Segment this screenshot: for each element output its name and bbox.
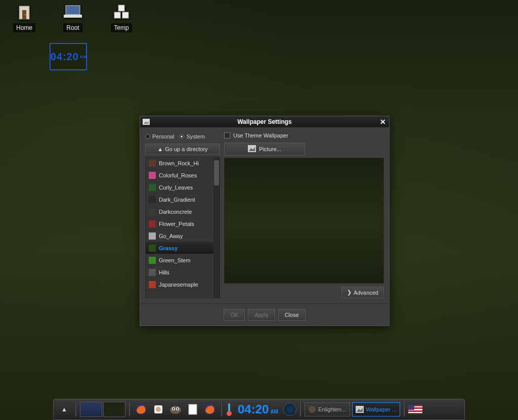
svg-point-23 <box>227 411 232 416</box>
desktop-pager[interactable] <box>80 402 125 417</box>
file-label: Brown_Rock_Hi <box>159 160 199 166</box>
clock-ampm: AM <box>270 409 278 414</box>
file-item[interactable]: Japanesemaple <box>146 278 213 291</box>
apply-button[interactable]: Apply <box>248 309 275 321</box>
gimp-launcher[interactable] <box>168 402 183 417</box>
file-item[interactable]: Hills <box>146 266 213 278</box>
file-item[interactable]: Darkconcrete <box>146 206 213 218</box>
firefox-icon <box>308 405 316 413</box>
keyboard-layout[interactable] <box>408 402 422 417</box>
file-label: Darkconcrete <box>159 209 192 215</box>
pager-desktop-2[interactable] <box>103 402 125 417</box>
cpu-indicator[interactable] <box>283 402 296 417</box>
file-label: Green_Stem <box>159 257 190 263</box>
file-thumb <box>149 257 156 264</box>
speaker-icon <box>152 403 164 415</box>
separator <box>403 402 405 416</box>
desktop-icon-label: Root <box>63 23 82 32</box>
document-launcher[interactable] <box>185 402 200 417</box>
taskbar-clock[interactable]: 04:20 AM <box>235 402 281 416</box>
file-thumb <box>149 281 156 288</box>
task-wallpaper-settings[interactable]: Wallpaper ... <box>352 402 400 416</box>
pager-desktop-1[interactable] <box>80 402 102 417</box>
picture-button[interactable]: Picture... <box>224 143 305 156</box>
separator <box>75 402 77 416</box>
left-panel: Personal System ▲ Go up a directory Brow… <box>145 132 220 298</box>
image-icon <box>248 145 256 153</box>
desktop-icon-home[interactable]: Home <box>9 3 39 32</box>
go-up-button[interactable]: ▲ Go up a directory <box>145 144 220 155</box>
thermometer-icon[interactable] <box>226 402 233 417</box>
close-icon[interactable]: ✕ <box>377 118 389 126</box>
chevron-up-icon: ▲ <box>157 146 163 152</box>
file-item[interactable]: Dark_Gradient <box>146 194 213 206</box>
home-icon <box>14 3 34 21</box>
svg-rect-4 <box>64 15 82 18</box>
file-thumb <box>149 160 156 167</box>
desktop-clock-widget[interactable]: 04:20 AM <box>50 43 87 70</box>
speaker-launcher[interactable] <box>151 402 166 417</box>
file-item[interactable]: Go_Away <box>146 230 213 242</box>
system-radio[interactable]: System <box>179 133 205 139</box>
desktop-icon-root[interactable]: Root <box>58 3 88 32</box>
file-label: Flower_Petals <box>159 221 194 227</box>
wallpaper-settings-dialog: Wallpaper Settings ✕ Personal System ▲ G… <box>140 116 390 326</box>
file-thumb <box>149 245 156 252</box>
file-label: Go_Away <box>159 233 183 239</box>
clock-ampm: AM <box>80 55 86 59</box>
source-radio-group: Personal System <box>145 132 220 144</box>
file-thumb <box>149 220 156 227</box>
dialog-titlebar[interactable]: Wallpaper Settings ✕ <box>140 116 389 127</box>
file-label: Curly_Leaves <box>159 184 193 191</box>
laptop-icon <box>63 3 83 21</box>
advanced-button[interactable]: ❯ Advanced <box>341 287 384 298</box>
task-enlightenment[interactable]: Enlighten... <box>305 402 350 416</box>
personal-radio[interactable]: Personal <box>145 133 174 139</box>
scrollbar-thumb[interactable] <box>214 160 219 185</box>
file-thumb <box>149 232 156 240</box>
clock-time: 04:20 <box>51 51 79 63</box>
svg-point-2 <box>25 14 26 15</box>
close-button[interactable]: Close <box>278 309 306 321</box>
file-item[interactable]: Flower_Petals <box>146 218 213 230</box>
file-label: Hills <box>159 269 169 275</box>
scrollbar[interactable] <box>213 157 220 298</box>
boxes-icon <box>111 3 132 21</box>
file-label: Dark_Gradient <box>159 197 195 203</box>
desktop-icon-temp[interactable]: Temp <box>106 3 137 32</box>
file-item[interactable]: Colorful_Roses <box>146 169 213 181</box>
file-list[interactable]: Brown_Rock_HiColorful_RosesCurly_LeavesD… <box>146 157 213 298</box>
file-thumb <box>149 172 156 179</box>
svg-point-18 <box>173 408 175 410</box>
file-item[interactable]: Curly_Leaves <box>146 181 213 194</box>
firefox-launcher-2[interactable] <box>202 402 218 417</box>
use-theme-checkbox[interactable] <box>224 132 230 138</box>
svg-rect-7 <box>122 12 128 18</box>
file-item[interactable]: Brown_Rock_Hi <box>146 157 213 169</box>
file-label: Japanesemaple <box>159 282 198 288</box>
file-thumb <box>149 184 156 191</box>
ok-button[interactable]: OK <box>224 309 245 321</box>
file-item[interactable]: Green_Stem <box>146 254 213 266</box>
svg-rect-5 <box>118 5 124 11</box>
svg-rect-6 <box>114 12 120 18</box>
firefox-icon <box>135 403 147 415</box>
file-thumb <box>149 196 156 203</box>
file-item[interactable]: Grassy <box>146 242 213 254</box>
document-icon <box>188 403 198 415</box>
start-button[interactable]: ▲ <box>57 402 72 417</box>
svg-point-19 <box>177 408 179 410</box>
file-label: Grassy <box>159 245 178 251</box>
file-thumb <box>149 208 156 215</box>
use-theme-label: Use Theme Wallpaper <box>233 132 288 138</box>
wallpaper-preview <box>224 158 384 284</box>
chevron-up-icon: ▲ <box>61 406 67 413</box>
dialog-body: Personal System ▲ Go up a directory Brow… <box>140 127 389 303</box>
image-icon <box>140 119 152 125</box>
image-icon <box>356 406 364 413</box>
file-label: Colorful_Roses <box>159 172 197 178</box>
firefox-launcher[interactable] <box>134 402 149 417</box>
file-list-container: Brown_Rock_HiColorful_RosesCurly_LeavesD… <box>145 157 220 298</box>
taskbar: ▲ 04:20 AM Enlighten... Wallpaper ... <box>53 399 465 420</box>
desktop-icons: Home Root Temp <box>9 3 137 32</box>
